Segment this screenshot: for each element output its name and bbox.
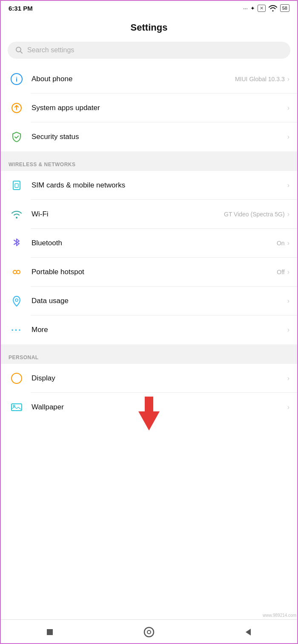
data-icon [9, 293, 25, 309]
data-label: Data usage [32, 297, 287, 305]
search-bar[interactable]: Search settings [8, 42, 290, 59]
hotspot-icon [9, 264, 25, 280]
sim-chevron: › [287, 182, 289, 189]
system-apps-icon [9, 100, 25, 116]
security-right: › [287, 133, 289, 141]
svg-point-13 [147, 630, 151, 634]
wallpaper-right: › [287, 403, 289, 411]
personal-section-header: PERSONAL [0, 349, 298, 364]
wifi-content: Wi-Fi [32, 210, 224, 218]
svg-point-9 [13, 405, 15, 407]
about-phone-chevron: › [287, 75, 289, 83]
bluetooth-value: On [277, 240, 285, 247]
more-right: › [287, 326, 289, 334]
wallpaper-content: Wallpaper [32, 403, 287, 411]
sim-label: SIM cards & mobile networks [32, 181, 287, 190]
security-content: Security status [32, 133, 287, 141]
sim-content: SIM cards & mobile networks [32, 181, 287, 190]
svg-marker-14 [246, 629, 251, 635]
page-title: Settings [9, 22, 289, 33]
security-icon [9, 129, 25, 145]
settings-item-display[interactable]: Display › [0, 364, 298, 393]
about-phone-content: About phone [32, 75, 235, 83]
status-icons: ··· ✦ ✕ 58 [243, 4, 289, 12]
settings-item-hotspot[interactable]: Portable hotspot Off › [0, 258, 298, 287]
about-phone-right: MIUI Global 10.3.3 › [235, 75, 289, 83]
watermark: www.989214.com [263, 613, 296, 618]
section-personal: Display › Wallpaper › [0, 364, 298, 422]
settings-item-data[interactable]: Data usage › [0, 287, 298, 315]
wifi-chevron: › [287, 210, 289, 218]
security-label: Security status [32, 133, 287, 141]
mute-icon: ✕ [258, 5, 266, 12]
wallpaper-icon [9, 399, 25, 415]
hotspot-value: Off [277, 269, 284, 275]
settings-item-about-phone[interactable]: i About phone MIUI Global 10.3.3 › [0, 65, 298, 94]
nav-bar [0, 619, 298, 644]
settings-item-more[interactable]: ··· More › [0, 315, 298, 344]
nav-back-button[interactable] [231, 623, 265, 641]
bluetooth-icon [9, 235, 25, 251]
hotspot-label: Portable hotspot [32, 268, 277, 276]
more-content: More [32, 326, 287, 334]
page-title-container: Settings [0, 14, 298, 39]
hotspot-chevron: › [287, 268, 289, 276]
nav-home-button[interactable] [132, 623, 166, 641]
system-apps-chevron: › [287, 104, 289, 112]
system-apps-content: System apps updater [32, 104, 287, 112]
svg-point-8 [15, 299, 18, 301]
about-phone-value: MIUI Global 10.3.3 [235, 76, 285, 82]
settings-item-bluetooth[interactable]: Bluetooth On › [0, 229, 298, 258]
system-apps-right: › [287, 104, 289, 112]
sim-right: › [287, 182, 289, 189]
wifi-value: GT Video (Spectra 5G) [224, 211, 285, 218]
wifi-right: GT Video (Spectra 5G) › [224, 210, 289, 218]
bluetooth-content: Bluetooth [32, 239, 277, 247]
bluetooth-status-icon: ✦ [250, 5, 255, 11]
bluetooth-chevron: › [287, 239, 289, 247]
search-icon [15, 46, 23, 54]
wifi-label: Wi-Fi [32, 210, 224, 218]
battery-icon: 58 [280, 4, 289, 12]
wallpaper-label: Wallpaper [32, 403, 287, 411]
nav-stop-button[interactable] [33, 623, 67, 641]
search-container[interactable]: Search settings [0, 39, 298, 65]
hotspot-right: Off › [277, 268, 289, 276]
security-chevron: › [287, 133, 289, 141]
divider-wireless [0, 151, 298, 156]
search-input-placeholder: Search settings [27, 46, 74, 54]
bluetooth-label: Bluetooth [32, 239, 277, 247]
hotspot-content: Portable hotspot [32, 268, 277, 276]
settings-item-system-apps[interactable]: System apps updater › [0, 94, 298, 122]
bluetooth-right: On › [277, 239, 289, 247]
settings-item-wallpaper[interactable]: Wallpaper › [0, 393, 298, 422]
status-time: 6:31 PM [9, 5, 33, 12]
status-bar: 6:31 PM ··· ✦ ✕ 58 [0, 0, 298, 14]
settings-item-sim[interactable]: SIM cards & mobile networks › [0, 171, 298, 200]
svg-line-1 [20, 51, 23, 54]
about-phone-icon: i [9, 71, 25, 87]
svg-point-12 [144, 627, 154, 637]
display-right: › [287, 374, 289, 382]
data-chevron: › [287, 297, 289, 305]
sim-icon [9, 177, 25, 193]
svg-point-6 [13, 270, 17, 274]
more-icon: ··· [9, 322, 25, 338]
wifi-icon [9, 206, 25, 222]
more-label: More [32, 326, 287, 334]
display-content: Display [32, 374, 287, 383]
system-apps-label: System apps updater [32, 104, 287, 112]
settings-item-wifi[interactable]: Wi-Fi GT Video (Spectra 5G) › [0, 200, 298, 229]
display-icon [9, 370, 25, 386]
data-content: Data usage [32, 297, 287, 305]
display-chevron: › [287, 374, 289, 382]
svg-rect-4 [13, 181, 20, 190]
wallpaper-chevron: › [287, 403, 289, 411]
wireless-section-header: WIRELESS & NETWORKS [0, 156, 298, 171]
settings-item-security[interactable]: Security status › [0, 122, 298, 151]
data-right: › [287, 297, 289, 305]
svg-rect-11 [47, 629, 53, 635]
wifi-status-icon [268, 5, 278, 11]
more-chevron: › [287, 326, 289, 334]
about-phone-label: About phone [32, 75, 235, 83]
